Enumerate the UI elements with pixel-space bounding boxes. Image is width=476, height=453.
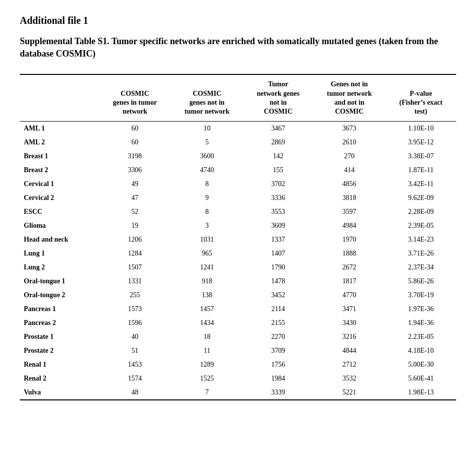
row-cell-cosmic_not_in: 10 bbox=[171, 122, 243, 136]
col-header-genes-not-in: Genes not intumor networkand not inCOSMI… bbox=[313, 74, 386, 121]
table-row: Vulva487333952211.98E-13 bbox=[20, 386, 456, 400]
row-cell-genes_not_in: 4770 bbox=[313, 288, 386, 302]
row-cell-tumor_not_cosmic: 3553 bbox=[243, 205, 313, 219]
table-row: ESCC528355335972.28E-09 bbox=[20, 205, 456, 219]
row-cell-cosmic_in: 3306 bbox=[99, 163, 171, 177]
row-cell-pvalue: 3.70E-19 bbox=[386, 288, 456, 302]
table-row: Prostate 14018227032162.23E-05 bbox=[20, 330, 456, 344]
row-cell-genes_not_in: 1888 bbox=[313, 247, 386, 260]
row-cell-genes_not_in: 3430 bbox=[313, 316, 386, 330]
row-cell-tumor_not_cosmic: 3709 bbox=[243, 344, 313, 358]
row-label: Vulva bbox=[20, 386, 99, 400]
row-cell-cosmic_not_in: 138 bbox=[171, 288, 243, 302]
row-label: Pancreas 1 bbox=[20, 302, 99, 316]
row-cell-cosmic_not_in: 1289 bbox=[171, 358, 243, 372]
row-cell-tumor_not_cosmic: 1478 bbox=[243, 274, 313, 288]
row-cell-genes_not_in: 1817 bbox=[313, 274, 386, 288]
row-label: Glioma bbox=[20, 219, 99, 233]
row-cell-genes_not_in: 4844 bbox=[313, 344, 386, 358]
row-cell-pvalue: 5.86E-26 bbox=[386, 274, 456, 288]
row-cell-pvalue: 4.18E-10 bbox=[386, 344, 456, 358]
row-cell-cosmic_not_in: 3600 bbox=[171, 149, 243, 163]
row-cell-cosmic_not_in: 9 bbox=[171, 191, 243, 205]
row-cell-pvalue: 3.14E-23 bbox=[386, 233, 456, 247]
col-header-tumor-not-cosmic: Tumornetwork genesnot inCOSMIC bbox=[243, 74, 313, 121]
row-label: ESCC bbox=[20, 205, 99, 219]
row-cell-cosmic_in: 48 bbox=[99, 386, 171, 400]
row-label: Lung 2 bbox=[20, 260, 99, 274]
row-cell-cosmic_not_in: 4740 bbox=[171, 163, 243, 177]
row-cell-cosmic_not_in: 8 bbox=[171, 205, 243, 219]
row-cell-cosmic_in: 3198 bbox=[99, 149, 171, 163]
table-row: Cervical 2479333638189.62E-09 bbox=[20, 191, 456, 205]
table-row: Lung 215071241179026722.37E-34 bbox=[20, 260, 456, 274]
row-cell-pvalue: 3.71E-26 bbox=[386, 247, 456, 260]
row-cell-cosmic_not_in: 5 bbox=[171, 135, 243, 149]
row-label: Prostate 1 bbox=[20, 330, 99, 344]
row-cell-pvalue: 2.37E-34 bbox=[386, 260, 456, 274]
row-cell-cosmic_not_in: 1434 bbox=[171, 316, 243, 330]
table-row: Renal 215741525198435325.60E-41 bbox=[20, 372, 456, 386]
table-row: Breast 2330647401554141.87E-11 bbox=[20, 163, 456, 177]
table-row: AML 2605286926103.95E-12 bbox=[20, 135, 456, 149]
row-cell-cosmic_in: 40 bbox=[99, 330, 171, 344]
row-cell-cosmic_in: 1573 bbox=[99, 302, 171, 316]
row-cell-tumor_not_cosmic: 2114 bbox=[243, 302, 313, 316]
row-cell-cosmic_in: 52 bbox=[99, 205, 171, 219]
row-cell-cosmic_in: 19 bbox=[99, 219, 171, 233]
row-cell-cosmic_not_in: 1457 bbox=[171, 302, 243, 316]
table-row: Lung 11284965140718883.71E-26 bbox=[20, 247, 456, 260]
table-row: Pancreas 215961434215534301.94E-36 bbox=[20, 316, 456, 330]
row-cell-cosmic_in: 1206 bbox=[99, 233, 171, 247]
row-cell-pvalue: 2.28E-09 bbox=[386, 205, 456, 219]
col-header-label bbox=[20, 74, 99, 121]
row-cell-pvalue: 3.95E-12 bbox=[386, 135, 456, 149]
row-label: Breast 2 bbox=[20, 163, 99, 177]
row-cell-tumor_not_cosmic: 3339 bbox=[243, 386, 313, 400]
table-row: Breast 1319836001422703.38E-07 bbox=[20, 149, 456, 163]
row-cell-tumor_not_cosmic: 2869 bbox=[243, 135, 313, 149]
table-row: Pancreas 115731457211434711.97E-36 bbox=[20, 302, 456, 316]
row-label: Oral-tongue 1 bbox=[20, 274, 99, 288]
row-cell-genes_not_in: 3673 bbox=[313, 122, 386, 136]
row-cell-pvalue: 1.87E-11 bbox=[386, 163, 456, 177]
row-cell-cosmic_not_in: 3 bbox=[171, 219, 243, 233]
row-label: AML 1 bbox=[20, 122, 99, 136]
table-row: AML 16010346736731.10E-10 bbox=[20, 122, 456, 136]
row-cell-tumor_not_cosmic: 1790 bbox=[243, 260, 313, 274]
row-label: Lung 1 bbox=[20, 247, 99, 260]
page-title: Additional file 1 bbox=[20, 15, 456, 26]
row-cell-pvalue: 5.60E-41 bbox=[386, 372, 456, 386]
row-cell-pvalue: 1.10E-10 bbox=[386, 122, 456, 136]
row-cell-tumor_not_cosmic: 155 bbox=[243, 163, 313, 177]
col-header-cosmic-not-in: COSMICgenes not intumor network bbox=[171, 74, 243, 121]
data-table: COSMICgenes in tumornetwork COSMICgenes … bbox=[20, 74, 456, 400]
row-cell-pvalue: 1.98E-13 bbox=[386, 386, 456, 400]
row-cell-tumor_not_cosmic: 142 bbox=[243, 149, 313, 163]
row-cell-pvalue: 3.38E-07 bbox=[386, 149, 456, 163]
table-row: Cervical 1498370248563.42E-11 bbox=[20, 177, 456, 191]
row-cell-cosmic_not_in: 7 bbox=[171, 386, 243, 400]
row-label: Pancreas 2 bbox=[20, 316, 99, 330]
row-cell-cosmic_not_in: 8 bbox=[171, 177, 243, 191]
row-cell-tumor_not_cosmic: 3452 bbox=[243, 288, 313, 302]
row-cell-genes_not_in: 3597 bbox=[313, 205, 386, 219]
row-label: Cervical 2 bbox=[20, 191, 99, 205]
row-label: Cervical 1 bbox=[20, 177, 99, 191]
row-cell-genes_not_in: 4984 bbox=[313, 219, 386, 233]
row-cell-tumor_not_cosmic: 3609 bbox=[243, 219, 313, 233]
row-cell-pvalue: 3.42E-11 bbox=[386, 177, 456, 191]
row-cell-genes_not_in: 270 bbox=[313, 149, 386, 163]
table-row: Prostate 25111370948444.18E-10 bbox=[20, 344, 456, 358]
row-cell-tumor_not_cosmic: 1756 bbox=[243, 358, 313, 372]
row-label: Oral-tongue 2 bbox=[20, 288, 99, 302]
row-label: Renal 1 bbox=[20, 358, 99, 372]
row-cell-tumor_not_cosmic: 3336 bbox=[243, 191, 313, 205]
row-cell-tumor_not_cosmic: 3702 bbox=[243, 177, 313, 191]
row-cell-cosmic_in: 49 bbox=[99, 177, 171, 191]
row-cell-cosmic_not_in: 1241 bbox=[171, 260, 243, 274]
table-row: Glioma193360949842.39E-05 bbox=[20, 219, 456, 233]
row-cell-pvalue: 2.23E-05 bbox=[386, 330, 456, 344]
table-row: Renal 114531289175627125.00E-30 bbox=[20, 358, 456, 372]
row-cell-tumor_not_cosmic: 3467 bbox=[243, 122, 313, 136]
